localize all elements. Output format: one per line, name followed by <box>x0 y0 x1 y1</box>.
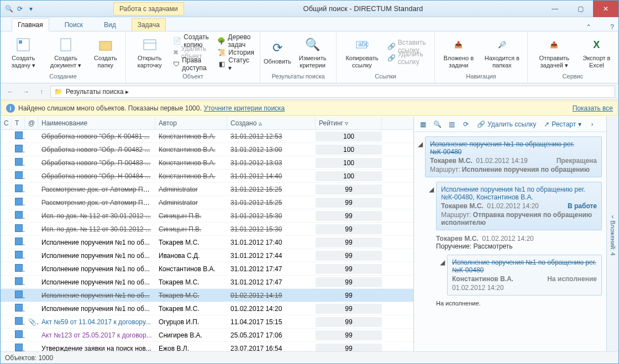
detail-delete-link: 🔗Удалить ссылку <box>474 118 539 130</box>
tab-search[interactable]: Поиск <box>59 19 88 31</box>
show-all-link[interactable]: Показать все <box>573 104 613 112</box>
ribbon-tabs: Главная Поиск Вид Задача ⌃ ? <box>1 17 618 31</box>
breadcrumb-text: Результаты поиска ▸ <box>66 88 129 96</box>
task-icon <box>15 211 23 219</box>
detail-toolbar: ▦ 🔍 ▥ ⟳ 🔗Удалить ссылку ↗Рестарт ▾ › <box>414 117 606 132</box>
collapse-icon[interactable]: ◢ <box>440 259 445 264</box>
detail-pane: ▦ 🔍 ▥ ⟳ 🔗Удалить ссылку ↗Рестарт ▾ › ◢ И… <box>414 117 606 351</box>
titlebar: 🔍 ⟳ ▾ Работа с задачами Общий поиск - DI… <box>1 1 618 17</box>
detail-refresh-icon[interactable]: ⟳ <box>459 118 473 130</box>
qat-search-icon[interactable]: 🔍 <box>4 4 14 14</box>
info-icon: i <box>6 104 15 113</box>
task-icon <box>15 198 23 205</box>
table-row[interactable]: Исп. по док. № 112 от 30.01.2012 ...Сини… <box>1 209 413 223</box>
table-row[interactable]: Обработка нового "Обр. Н-00484 ...Конста… <box>1 170 413 183</box>
breadcrumb-bar: ← → ↑ 📁 Результаты поиска ▸ <box>1 83 618 100</box>
col-rating[interactable]: Рейтинг ▿ <box>316 117 382 129</box>
nav-up-icon[interactable]: ↑ <box>35 85 48 98</box>
tab-main[interactable]: Главная <box>12 18 49 31</box>
table-row[interactable]: Исполнение поручения №1 по об...Токарев … <box>1 276 413 289</box>
send-task-button[interactable]: 📤Отправить задачей ▾ <box>531 34 578 71</box>
status-button[interactable]: ◧Статус ▾ <box>215 59 256 70</box>
table-row[interactable]: Утверждение заявки на поиск нов...Ежов В… <box>1 342 413 351</box>
table-row[interactable]: Рассмотрение док. от Автомир Пи...Admini… <box>1 196 413 209</box>
task-card-1[interactable]: ◢ Исполнение поручения №1 по обращению р… <box>425 136 602 177</box>
col-t[interactable]: Т <box>12 117 25 129</box>
qat-refresh-icon[interactable]: ⟳ <box>15 4 25 14</box>
in-folders-button[interactable]: 🔎Находится в папках <box>480 34 524 71</box>
collapse-icon[interactable]: ◢ <box>418 140 423 146</box>
in-tasks-button[interactable]: 📥Вложено в задачи <box>438 34 479 71</box>
task-icon <box>15 158 23 166</box>
table-row[interactable]: Акт №123 от 25.05.2017 к договор...Сниги… <box>1 329 413 342</box>
close-button[interactable]: ✕ <box>593 1 618 17</box>
svg-rect-2 <box>61 39 71 51</box>
open-card-button[interactable]: Открыть карточку <box>129 34 170 71</box>
breadcrumb-path[interactable]: 📁 Результаты поиска ▸ <box>50 86 615 98</box>
table-row[interactable]: Исполнение поручения №1 по об...Токарев … <box>1 236 413 249</box>
task-icon <box>15 238 23 245</box>
create-folder-button[interactable]: Создать папку <box>89 34 122 71</box>
table-row[interactable]: Обработка нового "Обр. П-00483 ...Конста… <box>1 156 413 170</box>
table-row[interactable]: Исполнение поручения №1 по об...Токарев … <box>1 302 413 315</box>
table-row[interactable]: Обработка нового "Обр. Л-00482 ...Конста… <box>1 143 413 156</box>
col-author[interactable]: Автор <box>155 117 227 129</box>
card-title: Исполнение поручения №1 по обращению рег… <box>441 186 597 201</box>
tab-task[interactable]: Задача <box>132 18 166 31</box>
group-links-label: Ссылки <box>340 72 431 82</box>
export-excel-button[interactable]: XЭкспорт в Excel <box>579 34 615 71</box>
maximize-button[interactable]: ▢ <box>568 1 593 17</box>
attachments-gutter[interactable]: ‹ Вложений: 4 <box>606 117 618 351</box>
collapse-icon[interactable]: ◢ <box>429 186 434 191</box>
group-service-label: Сервис <box>531 72 615 82</box>
detail-search-icon[interactable]: 🔍 <box>431 118 444 130</box>
detail-view1-icon[interactable]: ▦ <box>416 118 429 130</box>
card-title: Исполнение поручения №1 по обращению рег… <box>430 140 597 156</box>
grid-body[interactable]: Обработка нового "Обр. К-00481 ...Конста… <box>1 130 413 351</box>
svg-text:abc: abc <box>358 40 369 48</box>
detail-more-icon[interactable]: › <box>586 118 599 130</box>
create-doc-button[interactable]: Создать документ ▾ <box>44 34 88 71</box>
task-icon <box>15 184 23 192</box>
gutter-chevron-icon[interactable]: ‹ <box>612 213 614 220</box>
qat-dropdown-icon[interactable]: ▾ <box>26 4 36 14</box>
table-row[interactable]: Исполнение поручения №1 по об...Иванова … <box>1 249 413 262</box>
detail-view2-icon[interactable]: ▥ <box>445 118 458 130</box>
table-row[interactable]: Обработка нового "Обр. К-00481 ...Конста… <box>1 130 413 143</box>
task-icon <box>15 344 23 351</box>
col-at[interactable]: @ <box>25 117 38 129</box>
task-card-2[interactable]: ◢ Исполнение поручения №1 по обращению р… <box>436 182 602 230</box>
refine-link[interactable]: Уточните критерии поиска <box>204 104 285 112</box>
help-icon[interactable]: ? <box>606 23 618 31</box>
table-row[interactable]: Исполнение поручения №1 по об...Токарев … <box>1 289 413 302</box>
group-create-label: Создание <box>4 72 122 82</box>
table-row[interactable]: 📎Акт №59 от 11.04.2017 к договору...Огур… <box>1 315 413 329</box>
task-icon <box>15 131 23 139</box>
nav-back-icon[interactable]: ← <box>4 85 17 98</box>
group-nav-label: Навигация <box>438 72 524 82</box>
table-row[interactable]: Рассмотрение док. от Автомир Пи...Admini… <box>1 183 413 196</box>
svg-rect-3 <box>99 41 112 50</box>
col-name[interactable]: Наименование <box>38 117 155 129</box>
ribbon-collapse-icon[interactable]: ⌃ <box>581 23 596 31</box>
detail-restart-button[interactable]: ↗Рестарт ▾ <box>541 118 584 130</box>
card-title: Исполнение поручения №1 по обращению рег… <box>452 259 597 274</box>
task-card-3[interactable]: ◢ Исполнение поручения №1 по обращению р… <box>447 255 602 296</box>
task-tree-button[interactable]: 🌳Дерево задач <box>215 35 256 46</box>
col-c[interactable]: С <box>1 117 12 129</box>
rights-button[interactable]: 🛡Права доступа <box>171 59 214 70</box>
refresh-button[interactable]: ⟳Обновить <box>264 34 291 71</box>
table-row[interactable]: Исполнение поручения №1 по об...Констант… <box>1 262 413 276</box>
col-created[interactable]: Создано ▵ <box>227 117 316 129</box>
tab-view[interactable]: Вид <box>98 19 122 31</box>
folder-icon: 📁 <box>54 88 62 96</box>
task-icon <box>15 251 23 259</box>
delete-link-button: 🔗Удалить ссылку <box>385 52 431 64</box>
create-task-button[interactable]: Создать задачу ▾ <box>4 34 43 71</box>
change-criteria-button[interactable]: 🔍Изменить критерии <box>292 34 333 71</box>
minimize-button[interactable]: — <box>542 1 568 17</box>
info-text: Найдено слишком много объектов. Показаны… <box>18 104 202 112</box>
nav-fwd-icon[interactable]: → <box>19 85 33 98</box>
table-row[interactable]: Исп. по док. № 112 от 30.01.2012 ...Сини… <box>1 223 413 236</box>
copy-link-button[interactable]: abcКопировать ссылку <box>340 34 384 71</box>
